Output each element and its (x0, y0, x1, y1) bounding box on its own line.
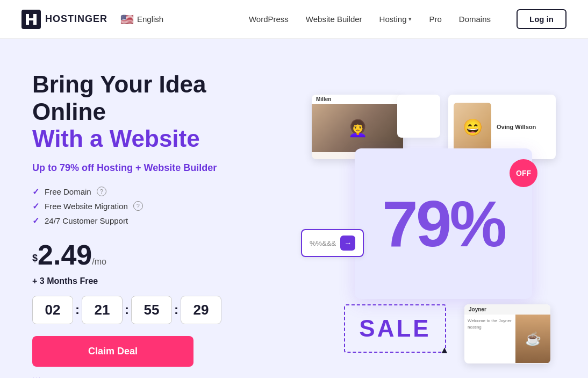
oving-label: Oving Willson (497, 124, 536, 130)
nav-hosting[interactable]: Hosting ▾ (379, 15, 412, 24)
language-selector[interactable]: 🇺🇸 English (120, 13, 163, 26)
countdown-timer: 02 : 21 : 55 : 29 (32, 296, 279, 324)
joyner-label: Joyner (464, 304, 550, 315)
countdown-frames: 29 (181, 296, 221, 324)
claim-deal-button[interactable]: Claim Deal (32, 336, 193, 367)
time-sep-2: : (125, 302, 129, 317)
url-card: %%&&& → (301, 229, 364, 257)
countdown-hours: 02 (32, 296, 73, 324)
help-icon-domain[interactable]: ? (97, 187, 106, 196)
time-sep-1: : (75, 302, 80, 317)
countdown-minutes: 21 (82, 296, 123, 324)
hero-subtitle: Up to 79% off Hosting + Website Builder (32, 162, 279, 174)
logo[interactable]: HOSTINGER (21, 10, 107, 29)
price-dollar: $ (32, 252, 38, 263)
hero-left: Bring Your Idea Online With a Website Up… (32, 71, 279, 378)
off-badge: OFF (510, 159, 537, 187)
language-label: English (137, 15, 163, 24)
hero-title-line1: Bring Your Idea Online (32, 71, 279, 125)
sale-text-card: SALE (344, 304, 446, 353)
hero-section: Bring Your Idea Online With a Website Up… (0, 39, 588, 378)
millen-label: Millen (312, 95, 403, 104)
price-bonus: + 3 Months Free (32, 276, 279, 286)
feature-list: ✓ Free Domain ? ✓ Free Website Migration… (32, 187, 279, 226)
nav-wordpress[interactable]: WordPress (249, 15, 289, 24)
time-sep-3: : (174, 302, 178, 317)
feature-domain: ✓ Free Domain ? (32, 187, 279, 197)
logo-text: HOSTINGER (45, 13, 107, 25)
nav-links: WordPress Website Builder Hosting ▾ Pro … (249, 9, 567, 29)
price-per: /mo (92, 257, 106, 266)
sale-word: SALE (359, 315, 431, 342)
sale-79-text: 79% (382, 191, 505, 256)
hero-title-line2: With a Website (32, 125, 279, 153)
navbar: HOSTINGER 🇺🇸 English WordPress Website B… (0, 0, 588, 39)
check-icon-3: ✓ (32, 216, 39, 226)
nav-domains[interactable]: Domains (459, 15, 491, 24)
nav-website-builder[interactable]: Website Builder (306, 15, 362, 24)
url-arrow-icon: → (340, 236, 355, 251)
joyner-photo: ☕ (515, 315, 550, 363)
countdown-seconds: 55 (131, 296, 172, 324)
joyner-card: Joyner Welcome to the Joyner hosting ☕ (464, 304, 550, 363)
millen-photo: 👩‍🦱 (312, 104, 403, 152)
login-button[interactable]: Log in (517, 9, 567, 29)
feature-migration: ✓ Free Website Migration ? (32, 201, 279, 211)
flag-icon: 🇺🇸 (120, 13, 134, 26)
price-main: 2.49 (38, 239, 92, 270)
joyner-text: Welcome to the Joyner hosting (464, 315, 515, 363)
feature-support: ✓ 24/7 Customer Support (32, 216, 279, 226)
url-text: %%&&& (310, 239, 336, 247)
nav-pro[interactable]: Pro (429, 15, 441, 24)
price-block: $2.49/mo (32, 241, 279, 269)
check-icon: ✓ (32, 187, 39, 197)
cursor-arrow-icon: ▲ (440, 345, 449, 356)
hero-right-collage: Millen 👩‍🦱 😄 Oving Willson 79% (301, 95, 556, 363)
chevron-down-icon: ▾ (408, 16, 412, 23)
help-icon-migration[interactable]: ? (133, 201, 143, 211)
oving-photo: 😄 (454, 103, 491, 151)
partial-card (397, 95, 440, 138)
sale-main-card: 79% OFF (355, 148, 532, 299)
check-icon-2: ✓ (32, 201, 39, 211)
